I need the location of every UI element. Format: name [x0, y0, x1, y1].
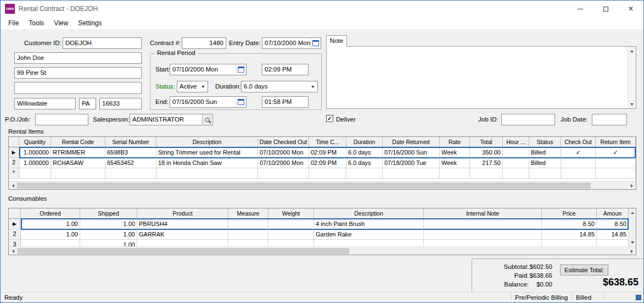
- column-header[interactable]: Internal Note: [424, 208, 542, 219]
- city-field[interactable]: Willowdale: [14, 98, 76, 109]
- grid-cell[interactable]: 8.50: [597, 219, 629, 229]
- note-textarea[interactable]: [326, 46, 636, 109]
- grid-cell[interactable]: [268, 229, 314, 240]
- job-id-field[interactable]: [501, 114, 555, 125]
- scroll-right-icon[interactable]: [628, 181, 636, 190]
- grid-cell[interactable]: [424, 229, 542, 240]
- grid-cell[interactable]: [228, 229, 268, 240]
- scroll-left-icon[interactable]: [9, 181, 17, 190]
- customer-name-field[interactable]: John Doe: [14, 52, 142, 64]
- grid-cell[interactable]: [503, 168, 529, 179]
- column-header[interactable]: Hour ...: [503, 137, 529, 147]
- note-scrollbar[interactable]: [628, 47, 636, 108]
- column-header[interactable]: Quantity: [19, 137, 51, 147]
- grid-cell[interactable]: Week: [440, 158, 470, 168]
- minimize-button[interactable]: [568, 1, 593, 17]
- maximize-button[interactable]: [593, 1, 618, 17]
- menu-settings[interactable]: Settings: [73, 18, 107, 29]
- end-time-field[interactable]: 01:58 PM: [262, 96, 309, 108]
- grid-cell[interactable]: [503, 158, 529, 168]
- row-selector[interactable]: ▶: [9, 147, 19, 158]
- contract-number-field[interactable]: 1480: [182, 37, 226, 49]
- start-date-field[interactable]: 07/10/2000 Mon: [170, 64, 247, 75]
- row-selector[interactable]: 2: [9, 229, 21, 240]
- grid-cell[interactable]: 8.50: [542, 219, 597, 229]
- column-header[interactable]: Description: [314, 208, 424, 219]
- status-dropdown[interactable]: Active: [177, 81, 208, 92]
- column-header[interactable]: Measure: [228, 208, 268, 219]
- scrollbar-thumb[interactable]: [17, 183, 591, 189]
- column-header[interactable]: Status: [529, 137, 561, 147]
- grid-cell[interactable]: Billed: [529, 147, 561, 158]
- column-header[interactable]: Shipped: [80, 208, 137, 219]
- grid-cell[interactable]: 02:09 PM: [309, 147, 346, 158]
- grid-cell[interactable]: 4 inch Paint Brush: [314, 219, 424, 229]
- grid-cell[interactable]: 07/10/2000 Mon: [258, 158, 309, 168]
- scroll-up-icon[interactable]: [628, 47, 636, 54]
- grid-cell[interactable]: String Trimmer used for Rental: [156, 147, 258, 158]
- row-selector[interactable]: ▶: [9, 219, 21, 229]
- check-out-cell[interactable]: ✓: [561, 147, 596, 158]
- grid-cell[interactable]: 07/16/2000 Sun: [383, 147, 440, 158]
- grid-cell[interactable]: 1.00: [80, 219, 137, 229]
- column-header[interactable]: Weight: [268, 208, 314, 219]
- grid-cell[interactable]: [561, 168, 596, 179]
- entry-date-calendar-button[interactable]: [310, 38, 320, 48]
- scroll-down-icon[interactable]: [629, 239, 636, 246]
- grid-cell[interactable]: 217.50: [470, 158, 503, 168]
- row-selector[interactable]: 2: [9, 158, 19, 168]
- check-out-cell[interactable]: [561, 158, 596, 168]
- job-date-field[interactable]: [592, 114, 627, 125]
- grid-cell[interactable]: 14.85: [597, 229, 629, 240]
- grid-cell[interactable]: 1.000000: [19, 158, 51, 168]
- return-item-cell[interactable]: [596, 158, 636, 168]
- column-header[interactable]: Date Returned: [383, 137, 440, 147]
- horizontal-scrollbar[interactable]: [9, 181, 636, 189]
- po-job-field[interactable]: [35, 114, 88, 125]
- grid-cell[interactable]: [470, 168, 503, 179]
- column-header[interactable]: Time C...: [309, 137, 346, 147]
- deliver-checkbox[interactable]: ✓: [326, 115, 333, 122]
- column-header[interactable]: Total: [470, 137, 503, 147]
- grid-cell[interactable]: [346, 168, 383, 179]
- grid-cell[interactable]: [258, 168, 309, 179]
- grid-cell[interactable]: 1.00: [80, 229, 137, 240]
- column-header[interactable]: Ordered: [21, 208, 80, 219]
- duration-dropdown[interactable]: 6.0 days: [241, 81, 318, 92]
- grid-cell[interactable]: 07/10/2000 Mon: [258, 147, 309, 158]
- grid-cell[interactable]: [51, 168, 105, 179]
- customer-id-field[interactable]: DOEJOH: [63, 37, 142, 49]
- grid-cell[interactable]: 1.000000: [19, 147, 51, 158]
- grid-cell[interactable]: [440, 168, 470, 179]
- scrollbar-thumb[interactable]: [17, 248, 349, 254]
- column-header[interactable]: Rental Code: [51, 137, 105, 147]
- grid-cell[interactable]: [309, 168, 346, 179]
- return-item-cell[interactable]: ✓: [596, 147, 636, 158]
- scroll-down-icon[interactable]: [628, 101, 636, 108]
- grid-cell[interactable]: 65453452: [105, 158, 156, 168]
- grid-corner[interactable]: [9, 137, 19, 147]
- scroll-up-icon[interactable]: [629, 209, 636, 216]
- address1-field[interactable]: 99 Pine St: [14, 67, 142, 79]
- column-header[interactable]: Date Checked Out: [258, 137, 309, 147]
- column-header[interactable]: Return Item: [596, 137, 636, 147]
- zip-field[interactable]: 16633: [99, 98, 142, 109]
- grid-cell[interactable]: [156, 168, 258, 179]
- grid-cell[interactable]: [105, 168, 156, 179]
- grid-cell[interactable]: 02:09 PM: [309, 158, 346, 168]
- grid-cell[interactable]: 1.00: [21, 229, 80, 240]
- grid-cell[interactable]: RCHASAW: [51, 158, 105, 168]
- column-header[interactable]: Duration: [346, 137, 383, 147]
- salesperson-field[interactable]: ADMINISTRATOR: [130, 114, 213, 125]
- new-row-selector[interactable]: *: [9, 168, 19, 179]
- grid-cell[interactable]: 07/18/2000 Tue: [383, 158, 440, 168]
- grid-cell[interactable]: [596, 168, 636, 179]
- menu-tools[interactable]: Tools: [24, 18, 49, 29]
- grid-cell[interactable]: 6.0 days: [346, 147, 383, 158]
- column-header[interactable]: Product: [137, 208, 228, 219]
- grid-cell[interactable]: [424, 219, 542, 229]
- column-header[interactable]: Description: [156, 137, 258, 147]
- menu-file[interactable]: File: [3, 18, 24, 29]
- grid-cell[interactable]: RTRIMMER: [51, 147, 105, 158]
- grid-cell[interactable]: Billed: [529, 158, 561, 168]
